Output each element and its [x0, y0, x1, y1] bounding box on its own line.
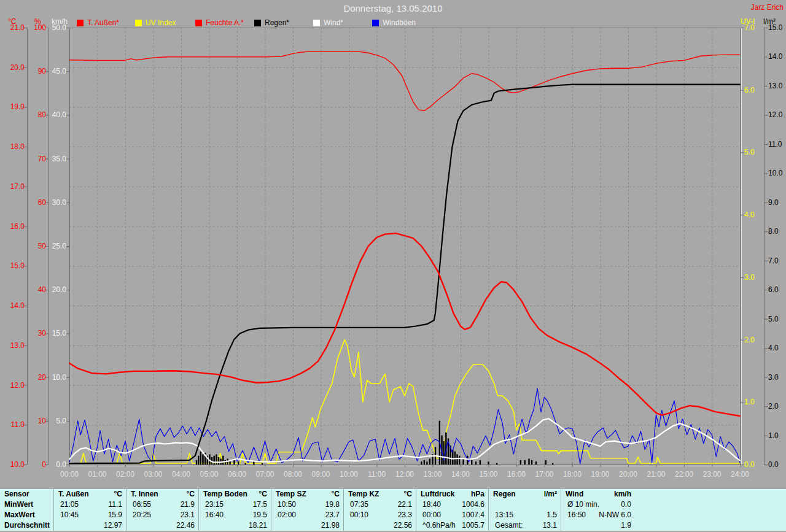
axis-tick-label: 45.0 — [52, 67, 67, 75]
table-value: 23.1 — [181, 510, 198, 520]
table-value-time — [489, 499, 495, 510]
table-row: 21:0511.1 — [54, 499, 126, 510]
table-row: Sensor — [0, 489, 53, 499]
table-value: 11.1 — [109, 499, 126, 510]
table-value-time: 10:50 — [271, 499, 296, 510]
axis-tick-label: 2.0 — [744, 336, 755, 344]
table-group-unit: °C — [332, 489, 343, 499]
table-row: Gesamt:13.1 — [489, 520, 561, 531]
x-tick-label: 14:00 — [451, 470, 470, 479]
table-value: 23.7 — [325, 510, 343, 520]
axis-tick-label: 3.0 — [744, 273, 755, 282]
axis-tick-label: 0 — [42, 460, 46, 469]
table-value — [557, 499, 561, 510]
x-tick-label: 03:00 — [144, 470, 162, 479]
axis-tick-label: 50 — [38, 242, 47, 250]
legend-swatch-icon — [195, 20, 202, 26]
legend-item-label: Windböen — [383, 18, 416, 27]
axis-tick-label: 12.0 — [768, 110, 783, 119]
table-value: 19.5 — [253, 510, 271, 520]
legend-swatch-icon — [313, 20, 320, 26]
x-tick-label: 18:00 — [563, 470, 582, 479]
legend-swatch-icon — [254, 20, 261, 26]
table-value-time — [344, 520, 350, 531]
table-column: T. Außen°C21:0511.110:4515.912.97 — [54, 489, 126, 531]
table-row: MaxWert — [0, 510, 53, 520]
table-group-unit: km/h — [614, 489, 635, 499]
axis-tick-label: 0.0 — [744, 460, 755, 469]
legend-item-0: T. Außen* — [77, 18, 119, 27]
axis-tick-label: 14.0 — [768, 52, 783, 61]
table-value: 1007.4 — [462, 510, 488, 520]
x-tick-label: 15:00 — [479, 470, 497, 479]
x-tick-label: 19:00 — [591, 470, 609, 479]
table-value: 1005.7 — [462, 520, 488, 531]
table-value: 21.9 — [181, 499, 198, 510]
table-value-time: 18:40 — [416, 499, 441, 510]
table-value-time — [54, 520, 60, 531]
axis-tick-label: 4.0 — [744, 210, 755, 219]
table-group-name: T. Innen — [126, 489, 158, 499]
table-value-time: 16:50 — [561, 510, 586, 520]
axis-tick-label: 9.0 — [768, 198, 779, 207]
x-axis: 00:0001:0002:0003:0004:0005:0006:0007:00… — [60, 465, 749, 479]
axis-kmh: 50.045.040.035.030.025.020.015.010.05.00… — [52, 23, 69, 469]
legend-swatch-icon — [77, 20, 84, 26]
table-group-name: Wind — [561, 489, 583, 499]
axis-tick-label: 5.0 — [768, 315, 779, 323]
table-row — [489, 499, 561, 510]
table-value: 22.1 — [398, 499, 416, 510]
axis-tick-label: 19.0 — [10, 102, 25, 111]
axis-tick-label: 0.0 — [768, 460, 779, 469]
table-value-time — [199, 520, 205, 531]
table-value: 19.8 — [325, 499, 343, 510]
table-row: Windkm/h — [561, 489, 635, 499]
table-value-time: 07:35 — [344, 499, 368, 510]
legend-item-2: Feuchte A.* — [195, 18, 244, 27]
x-tick-label: 13:00 — [423, 470, 442, 479]
table-row-label: MinWert — [0, 499, 33, 510]
table-value-time: 21:05 — [54, 499, 79, 510]
axis-tick-label: 30.0 — [52, 198, 67, 207]
table-row: 16:50N-NW 6.0 — [561, 510, 635, 520]
table-group-unit: hPa — [471, 489, 488, 499]
x-tick-label: 12:00 — [395, 470, 414, 479]
axis-tick-label: 6.0 — [768, 285, 779, 294]
table-group-name: Temp Boden — [199, 489, 247, 499]
weather-app-window: { "header": { "title": "Donnerstag, 13.0… — [0, 0, 786, 532]
legend-item-4: Wind* — [313, 18, 343, 27]
table-row: 00:001007.4 — [416, 510, 488, 520]
axis-tick-label: 15.0 — [10, 261, 25, 270]
table-value: 22.46 — [176, 520, 198, 531]
axis-tick-label: 40.0 — [52, 110, 67, 119]
x-tick-label: 23:00 — [702, 470, 721, 479]
axis-tick-label: 10.0 — [10, 460, 25, 469]
legend-item-label: T. Außen* — [87, 18, 119, 27]
x-tick-label: 22:00 — [675, 470, 693, 479]
legend-item-3: Regen* — [254, 18, 289, 27]
x-tick-label: 24:00 — [731, 470, 749, 479]
axis-tick-label: 1.0 — [744, 398, 755, 406]
table-value-time: 02:00 — [271, 510, 296, 520]
table-row: 13:151.5 — [489, 510, 561, 520]
axis-tick-label: 2.0 — [768, 402, 779, 411]
table-value-time — [271, 520, 278, 531]
legend-swatch-icon — [135, 20, 142, 26]
table-row: Regenl/m² — [489, 489, 561, 499]
x-tick-label: 04:00 — [172, 470, 190, 479]
axis-temp_c: 21.020.019.018.017.016.015.014.013.012.0… — [10, 23, 28, 469]
axis-tick-label: 14.0 — [10, 301, 25, 310]
axis-tick-label: 20.0 — [10, 63, 25, 72]
axis-tick-label: 7.0 — [768, 256, 779, 265]
x-tick-label: 21:00 — [647, 470, 665, 479]
table-value-time: 00:10 — [344, 510, 368, 520]
axis-tick-label: 40 — [38, 285, 47, 294]
table-row: MinWert — [0, 499, 53, 510]
table-value-time: 16:40 — [199, 510, 224, 520]
axis-tick-label: 12.0 — [10, 381, 25, 390]
table-row: 1.9 — [561, 520, 635, 531]
legend-item-label: UV Index — [146, 18, 176, 27]
table-value: 1.9 — [621, 520, 635, 531]
legend-item-label: Feuchte A.* — [206, 18, 244, 27]
axis-tick-label: 80 — [38, 110, 47, 119]
